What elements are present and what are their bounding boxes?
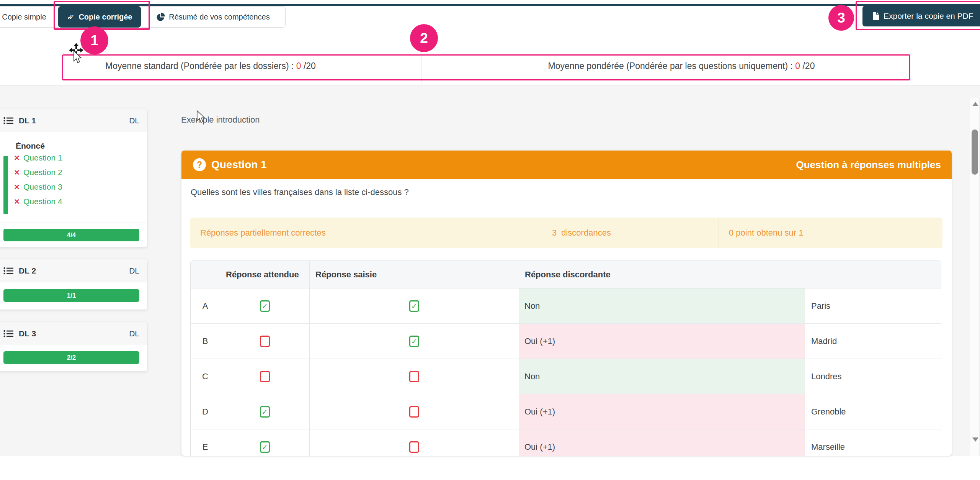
discordances-label: discordances (561, 228, 611, 238)
result-status: Réponses partiellement correctes (190, 218, 542, 248)
average-standard-label: Moyenne standard (Pondérée par les dossi… (105, 61, 296, 71)
question-panel: Question 1 Question à réponses multiples… (181, 151, 952, 456)
dossier-type-badge: DL (129, 116, 139, 125)
dossier-card-dl3: DL 3 DL 2/2 (0, 322, 147, 372)
question-type-label: Question à réponses multiples (796, 159, 941, 171)
result-discordances: 3 discordances (542, 218, 719, 248)
expected-cell (220, 429, 309, 456)
result-points: 0 point obtenu sur 1 (719, 218, 942, 248)
question-link-4[interactable]: Question 4 (14, 196, 62, 207)
question-link-2[interactable]: Question 2 (14, 167, 62, 178)
average-weighted-suffix: /20 (800, 61, 815, 71)
question-link-label: Question 2 (23, 168, 62, 177)
dossier-type-badge: DL (129, 329, 139, 338)
entered-cell (309, 288, 519, 324)
score-progress-bar: 4/4 (3, 229, 139, 241)
row-label: C (191, 359, 220, 394)
dossier-card-dl1: DL 1 DL Énoncé Question 1 Question 2 Que… (0, 109, 147, 247)
row-label: A (191, 288, 220, 324)
discordant-value: Non (524, 301, 540, 311)
question-link-label: Question 4 (23, 197, 62, 206)
score-value: 1/1 (67, 292, 76, 300)
city-cell: Marseille (805, 429, 941, 456)
column-header-city (805, 261, 941, 288)
annotation-step-2: 2 (410, 24, 438, 52)
intro-text: Exemple introduction (181, 115, 260, 125)
list-icon (3, 329, 13, 338)
corrected-copy-page: Copie simple Copie corrigée Résumé de vo… (0, 0, 980, 480)
export-pdf-button[interactable]: Exporter la copie en PDF (862, 6, 980, 26)
question-link-3[interactable]: Question 3 (14, 181, 62, 193)
discordant-cell: Oui (+1) (519, 429, 805, 456)
column-header-expected: Réponse attendue (220, 261, 309, 288)
discordant-cell: Oui (+1) (519, 394, 805, 429)
list-icon (3, 267, 13, 275)
export-pdf-label: Exporter la copie en PDF (884, 11, 973, 21)
scrollbar-thumb[interactable] (972, 129, 978, 175)
city-cell: Londres (805, 359, 941, 394)
average-weighted-label: Moyenne pondérée (Pondérée par les quest… (548, 61, 795, 71)
average-standard-value: 0 (296, 61, 301, 71)
score-value: 4/4 (67, 231, 76, 239)
column-header-discordant: Réponse discordante (519, 261, 805, 288)
tab-label: Résumé de vos compétences (169, 13, 270, 21)
checkbox-icon (260, 300, 270, 312)
column-header (191, 261, 220, 288)
answers-table: Réponse attendue Réponse saisie Réponse … (190, 260, 941, 456)
question-link-label: Question 3 (23, 182, 62, 192)
entered-cell (309, 324, 519, 359)
tab-copie-simple[interactable]: Copie simple (0, 6, 59, 28)
dossier-header-dl1[interactable]: DL 1 DL (0, 109, 147, 132)
checkbox-icon (409, 300, 419, 312)
question-header: Question 1 Question à réponses multiples (181, 151, 952, 179)
checkbox-icon (260, 371, 270, 382)
city-cell: Madrid (805, 324, 941, 359)
question-link-1[interactable]: Question 1 (14, 152, 62, 164)
incorrect-icon (14, 153, 20, 162)
scrollbar-down-arrow[interactable] (972, 437, 978, 442)
checkbox-icon (260, 336, 270, 347)
discordant-cell: Oui (+1) (519, 324, 805, 359)
entered-cell (309, 429, 519, 456)
entered-cell (309, 394, 519, 429)
row-label: B (191, 324, 220, 359)
dossier-title: DL 2 (19, 266, 36, 275)
expected-cell (220, 324, 309, 359)
city-cell: Grenoble (805, 394, 941, 429)
question-title: Question 1 (211, 159, 267, 171)
double-check-icon (67, 13, 75, 21)
discordant-value: Oui (+1) (524, 407, 555, 417)
pie-chart-icon (157, 13, 165, 21)
column-header-entered: Réponse saisie (309, 261, 519, 288)
dossier-header-dl3[interactable]: DL 3 DL (0, 322, 147, 345)
score-progress-bar: 1/1 (3, 289, 139, 302)
dossier-header-dl2[interactable]: DL 2 DL (0, 259, 147, 282)
checkbox-icon (409, 371, 419, 382)
incorrect-icon (14, 182, 20, 192)
list-icon (3, 116, 13, 125)
dossier-card-dl2: DL 2 DL 1/1 (0, 259, 147, 310)
scrollbar-up-arrow[interactable] (972, 102, 978, 106)
checkbox-icon (409, 336, 419, 347)
enonce-label: Énoncé (16, 141, 45, 151)
question-group-bar (3, 156, 8, 214)
expected-cell (220, 359, 309, 394)
row-label: E (191, 429, 220, 456)
discordant-value: Oui (+1) (524, 442, 555, 452)
city-cell: Paris (805, 288, 941, 324)
discordant-cell: Non (519, 288, 805, 324)
tab-copie-corrigee[interactable]: Copie corrigée (58, 6, 141, 28)
checkbox-icon (260, 441, 270, 453)
discordant-value: Non (524, 372, 540, 382)
average-standard-suffix: /20 (301, 61, 316, 71)
tab-resume-competences[interactable]: Résumé de vos compétences (141, 6, 286, 28)
dossier-title: DL 3 (19, 329, 36, 338)
tab-label: Copie corrigée (78, 13, 132, 21)
expected-cell (220, 288, 309, 324)
dossier-title: DL 1 (19, 116, 36, 125)
file-icon (872, 12, 879, 20)
row-label: D (191, 394, 220, 429)
annotation-step-1: 1 (80, 26, 108, 54)
expected-cell (220, 394, 309, 429)
average-standard: Moyenne standard (Pondérée par les dossi… (0, 47, 421, 85)
